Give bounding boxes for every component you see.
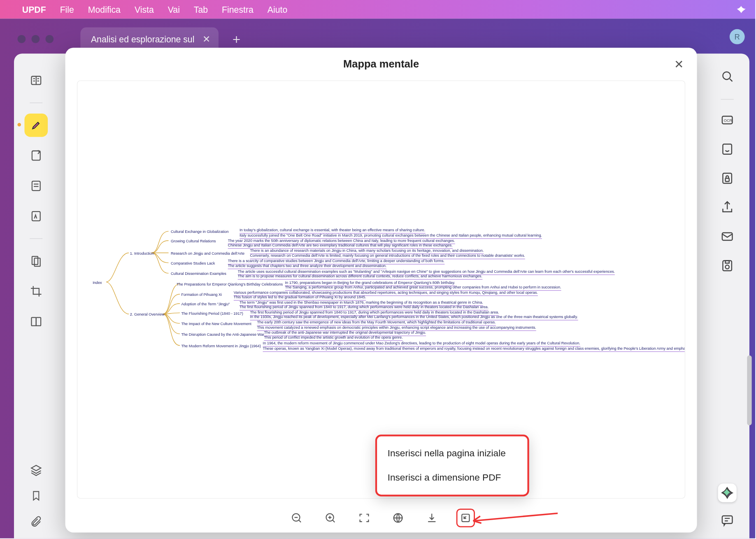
menu-aiuto[interactable]: Aiuto — [268, 5, 287, 14]
insert-first-page-option[interactable]: Inserisci nella pagina iniziale — [377, 441, 527, 465]
modal-title: Mappa mentale — [343, 58, 419, 70]
menu-vista[interactable]: Vista — [135, 5, 154, 14]
new-tab-button[interactable]: ＋ — [230, 30, 243, 48]
compare-tool-icon[interactable] — [24, 310, 48, 333]
mm-node: Research on Jingju and Commedia dell'Art… — [171, 251, 244, 256]
user-avatar[interactable]: R — [730, 29, 745, 44]
mm-node: The Preparations for Emperor Qianlong's … — [177, 282, 283, 287]
mm-node: The Modern Reform Movement in Jingju (19… — [181, 344, 261, 348]
fill-sign-tool-icon[interactable] — [24, 204, 48, 228]
reader-mode-icon[interactable] — [24, 69, 48, 92]
insert-to-pdf-icon[interactable] — [457, 509, 474, 527]
traffic-minimize[interactable] — [31, 35, 40, 43]
search-icon[interactable] — [720, 69, 735, 86]
left-toolbar — [20, 62, 52, 538]
scrollbar-thumb[interactable] — [747, 355, 751, 425]
modal-footer — [65, 503, 697, 532]
mm-root: Index — [93, 280, 102, 285]
organize-pages-icon[interactable] — [24, 249, 48, 273]
svg-rect-17 — [726, 260, 729, 263]
avatar-initial: R — [735, 33, 740, 41]
svg-rect-5 — [35, 258, 40, 266]
zoom-in-icon[interactable] — [322, 509, 339, 527]
insert-pdf-size-option[interactable]: Inserisci a dimensione PDF — [377, 465, 527, 490]
menu-tab[interactable]: Tab — [194, 5, 208, 14]
email-icon[interactable] — [720, 229, 735, 246]
mm-leaf: The aim is to propose measures for cultu… — [238, 274, 482, 280]
mm-leaf: This period of conflict impeded the arti… — [264, 335, 402, 341]
window-traffic-lights[interactable] — [17, 35, 54, 43]
menu-modifica[interactable]: Modifica — [88, 5, 121, 14]
svg-point-8 — [723, 72, 730, 79]
traffic-close[interactable] — [17, 35, 26, 43]
document-tab[interactable]: Analisi ed esplorazione sul ✕ — [80, 28, 218, 51]
ocr-icon[interactable]: OCR — [720, 112, 735, 130]
save-icon[interactable] — [720, 258, 735, 275]
download-icon[interactable] — [423, 509, 440, 527]
fit-screen-icon[interactable] — [356, 509, 373, 527]
mm-node: Formation of Pihuang Xi — [181, 293, 222, 297]
mm-node: The Disruption Caused by the Anti-Japane… — [181, 332, 264, 337]
app-name[interactable]: UPDF — [22, 5, 46, 14]
mm-node: The Flourishing Period (1840 - 1917) — [181, 311, 243, 316]
svg-rect-4 — [32, 256, 38, 265]
attachment-icon[interactable] — [30, 515, 42, 530]
mm-node: Cultural Dissemination Examples — [171, 272, 226, 276]
redact-icon[interactable] — [720, 142, 735, 159]
mm-node: Cultural Exchange in Globalization — [171, 230, 229, 235]
mindmap-modal: Mappa mentale ✕ — [65, 48, 697, 532]
right-toolbar: OCR — [711, 62, 744, 538]
mm-leaf: The article suggests that chapters two a… — [228, 263, 387, 270]
mm-node: Adoption of the Term "Jingju" — [181, 302, 230, 307]
comments-icon[interactable] — [720, 513, 735, 530]
tray-bird-icon[interactable] — [735, 2, 747, 16]
svg-rect-13 — [726, 178, 729, 181]
protect-icon[interactable] — [720, 171, 735, 188]
mm-intro: 1. Introduction — [130, 251, 154, 256]
mm-leaf: These operas, known as Yangban Xi (Model… — [263, 346, 686, 352]
svg-rect-2 — [32, 181, 40, 191]
modal-header: Mappa mentale ✕ — [65, 48, 697, 80]
mm-overview: 2. General Overview — [130, 312, 165, 317]
menu-vai[interactable]: Vai — [168, 5, 180, 14]
mm-node: The Impact of the New Culture Movement — [181, 322, 251, 327]
svg-rect-11 — [723, 144, 731, 154]
menu-file[interactable]: File — [60, 5, 74, 14]
crop-tool-icon[interactable] — [24, 280, 48, 303]
share-icon[interactable] — [720, 200, 735, 217]
page-tools-icon[interactable] — [24, 174, 48, 197]
macos-menubar: UPDF File Modifica Vista Vai Tab Finestr… — [0, 0, 755, 19]
svg-rect-7 — [36, 318, 41, 326]
bookmark-icon[interactable] — [30, 489, 42, 504]
menu-finestra[interactable]: Finestra — [222, 5, 254, 14]
web-icon[interactable] — [389, 509, 407, 527]
mm-node: Comparative Studies Lack — [171, 261, 215, 266]
svg-rect-6 — [31, 318, 36, 326]
active-indicator-dot — [17, 123, 21, 126]
svg-text:OCR: OCR — [724, 118, 733, 123]
svg-rect-22 — [462, 514, 469, 522]
tab-close-icon[interactable]: ✕ — [202, 33, 210, 44]
layers-icon[interactable] — [30, 464, 42, 479]
modal-close-icon[interactable]: ✕ — [674, 57, 684, 71]
edit-text-tool-icon[interactable] — [24, 144, 48, 167]
svg-point-16 — [726, 265, 729, 269]
mm-node: Growing Cultural Relations — [171, 239, 216, 244]
svg-rect-14 — [722, 233, 733, 240]
traffic-zoom[interactable] — [45, 35, 54, 43]
zoom-out-icon[interactable] — [288, 509, 305, 527]
highlighter-tool-icon[interactable] — [24, 114, 48, 137]
tab-title: Analisi ed esplorazione sul — [91, 34, 194, 44]
insert-options-popup: Inserisci nella pagina iniziale Inserisc… — [375, 434, 529, 496]
ai-assistant-icon[interactable] — [718, 483, 737, 502]
svg-rect-18 — [722, 516, 733, 523]
